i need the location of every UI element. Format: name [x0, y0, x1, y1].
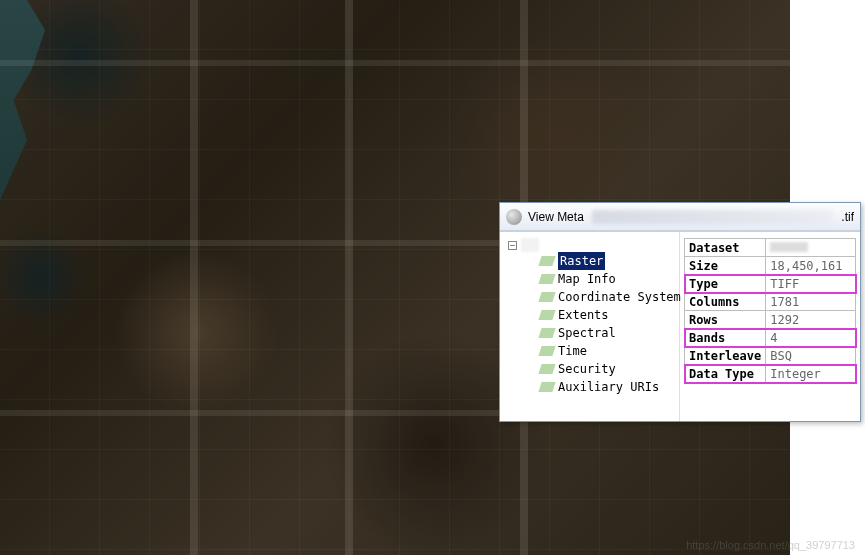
road [190, 0, 198, 555]
tree-item-label: Map Info [558, 270, 616, 288]
tree-item-spectral[interactable]: Spectral [504, 324, 675, 342]
property-row-rows[interactable]: Rows1292 [685, 311, 856, 329]
dialog-title-suffix: .tif [841, 210, 854, 224]
tree-item-time[interactable]: Time [504, 342, 675, 360]
tree-item-label: Raster [558, 252, 605, 270]
tree-item-map-info[interactable]: Map Info [504, 270, 675, 288]
collapse-icon[interactable]: − [508, 241, 517, 250]
property-value: Integer [766, 365, 856, 383]
metadata-dialog: View Meta .tif − RasterMap InfoCoordinat… [499, 202, 861, 422]
property-key: Type [685, 275, 766, 293]
tree-item-auxiliary-uris[interactable]: Auxiliary URIs [504, 378, 675, 396]
tree-item-raster[interactable]: Raster [504, 252, 675, 270]
tag-icon [538, 346, 555, 356]
value-redacted [770, 242, 808, 252]
property-value: BSQ [766, 347, 856, 365]
road [0, 60, 790, 66]
tree-item-label: Extents [558, 306, 609, 324]
property-value: 1781 [766, 293, 856, 311]
property-key: Interleave [685, 347, 766, 365]
tag-icon [538, 310, 555, 320]
title-redacted [592, 210, 834, 224]
property-row-type[interactable]: TypeTIFF [685, 275, 856, 293]
river-feature [0, 0, 45, 200]
property-row-data-type[interactable]: Data TypeInteger [685, 365, 856, 383]
tag-icon [538, 274, 555, 284]
tag-icon [538, 256, 555, 266]
property-key: Size [685, 257, 766, 275]
property-value: 4 [766, 329, 856, 347]
property-row-columns[interactable]: Columns1781 [685, 293, 856, 311]
tree-item-label: Auxiliary URIs [558, 378, 659, 396]
tag-icon [538, 364, 555, 374]
property-key: Rows [685, 311, 766, 329]
property-key: Dataset [685, 239, 766, 257]
tree-item-extents[interactable]: Extents [504, 306, 675, 324]
tree-root[interactable]: − [504, 238, 675, 252]
property-row-size[interactable]: Size18,450,161 [685, 257, 856, 275]
property-row-dataset[interactable]: Dataset [685, 239, 856, 257]
property-key: Bands [685, 329, 766, 347]
tree-item-label: Coordinate System [558, 288, 681, 306]
property-value: 18,450,161 [766, 257, 856, 275]
file-icon [521, 238, 539, 252]
road [345, 0, 353, 555]
tree-item-label: Time [558, 342, 587, 360]
tree-item-security[interactable]: Security [504, 360, 675, 378]
property-value: TIFF [766, 275, 856, 293]
property-value: 1292 [766, 311, 856, 329]
property-key: Columns [685, 293, 766, 311]
tree-item-coordinate-system[interactable]: Coordinate System [504, 288, 675, 306]
property-value [766, 239, 856, 257]
tag-icon [538, 382, 555, 392]
app-icon [506, 209, 522, 225]
property-row-bands[interactable]: Bands4 [685, 329, 856, 347]
tag-icon [538, 292, 555, 302]
property-row-interleave[interactable]: InterleaveBSQ [685, 347, 856, 365]
tree-item-label: Spectral [558, 324, 616, 342]
properties-table: DatasetSize18,450,161TypeTIFFColumns1781… [684, 238, 856, 383]
dialog-title-prefix: View Meta [528, 210, 584, 224]
watermark: https://blog.csdn.net/qq_39797713 [686, 539, 855, 551]
tree-pane[interactable]: − RasterMap InfoCoordinate SystemExtents… [500, 232, 680, 421]
tree-item-label: Security [558, 360, 616, 378]
properties-pane: DatasetSize18,450,161TypeTIFFColumns1781… [680, 232, 860, 421]
property-key: Data Type [685, 365, 766, 383]
dialog-titlebar[interactable]: View Meta .tif [500, 203, 860, 231]
tag-icon [538, 328, 555, 338]
